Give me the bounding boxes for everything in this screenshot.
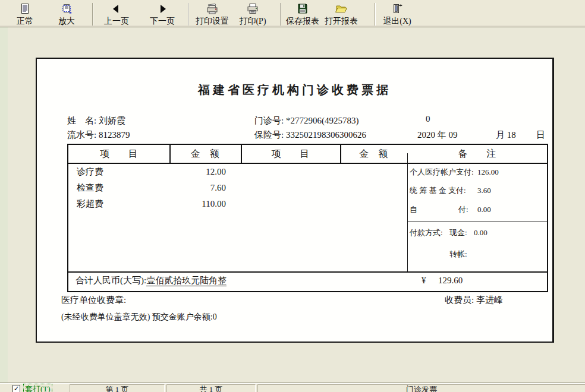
clinic-no-label: 门诊号: xyxy=(254,116,286,125)
patient-name-row: 姓 名: 刘娇霞 xyxy=(67,115,125,127)
open-report-label: 打开报表 xyxy=(325,15,358,27)
preview-left-strip xyxy=(0,27,8,383)
next-page-icon xyxy=(157,2,168,15)
date-part3: 日 xyxy=(536,129,545,141)
clinic-no-row: 门诊号: *2772906(4925783) xyxy=(254,115,358,127)
pooled-fund-label: 统 筹 基 金 支付: xyxy=(410,185,466,195)
overlay-print-label[interactable]: 套打(T) xyxy=(23,384,52,392)
preview-area: 福建省医疗机构门诊收费票据 姓 名: 刘娇霞 门诊号: *2772906(492… xyxy=(0,27,585,383)
serial-no-value: 8123879 xyxy=(99,130,130,140)
zero-value: 0 xyxy=(426,113,430,125)
total-row-line xyxy=(68,271,547,273)
date-part2: 月 18 xyxy=(496,129,516,141)
pooled-fund-value: 3.60 xyxy=(477,185,491,195)
save-report-icon xyxy=(297,2,309,15)
prev-page-icon xyxy=(111,2,122,15)
save-report-label: 保存报表 xyxy=(286,15,319,27)
print-icon xyxy=(246,2,259,15)
fee-item-amount: 110.00 xyxy=(128,198,226,210)
total-amount-figure: 129.60 xyxy=(438,275,463,286)
self-pay-label-right: 付: xyxy=(458,204,468,214)
receipt-page: 福建省医疗机构门诊收费票据 姓 名: 刘娇霞 门诊号: *2772906(492… xyxy=(36,58,554,343)
personal-account-value: 126.00 xyxy=(477,167,499,177)
total-pages-text: 共 1 页 xyxy=(200,385,223,392)
transfer-label: 转帐: xyxy=(449,249,467,259)
current-page-text: 第 1 页 xyxy=(106,385,129,392)
toolbar: 正常 放大 上一页 下一页 打印设置 xyxy=(0,0,585,27)
open-report-button[interactable]: 打开报表 xyxy=(323,1,360,27)
print-button[interactable]: 打印(P) xyxy=(235,1,270,27)
cashier-name: 李进峰 xyxy=(476,295,503,305)
patient-name-value: 刘娇霞 xyxy=(99,116,125,125)
cashier-label: 收费员: xyxy=(445,295,476,305)
cashier-row: 收费员: 李进峰 xyxy=(445,295,503,306)
current-page-panel: 第 1 页 xyxy=(70,384,165,392)
insurance-no-label: 保险号: xyxy=(254,130,286,140)
zoom-in-label: 放大 xyxy=(58,15,75,27)
exit-button[interactable]: 退出(X) xyxy=(380,1,414,27)
receipt-title: 福建省医疗机构门诊收费票据 xyxy=(37,82,552,98)
prev-page-label: 上一页 xyxy=(104,15,129,27)
toolbar-separator xyxy=(188,3,189,26)
cash-value: 0.00 xyxy=(474,227,488,238)
prev-page-button[interactable]: 上一页 xyxy=(98,1,135,27)
report-preview-window: 正常 放大 上一页 下一页 打印设置 xyxy=(0,0,585,392)
total-row-text: 合计人民币(大写):壹佰贰拾玖元陆角整 xyxy=(76,275,227,286)
toolbar-separator xyxy=(92,3,93,26)
header-amount-1: 金 额 xyxy=(169,148,241,160)
toolbar-separator xyxy=(280,3,281,26)
cash-label: 现金: xyxy=(449,227,467,238)
zoom-in-button[interactable]: 放大 xyxy=(49,1,84,27)
open-report-icon xyxy=(335,2,348,15)
fee-item-name: 彩超费 xyxy=(77,198,103,210)
total-label: 合计人民币(大写): xyxy=(76,276,146,285)
fee-item-amount: 7.60 xyxy=(128,182,226,194)
self-pay-label-left: 自 xyxy=(410,204,417,214)
total-amount-words: 壹佰贰拾玖元陆角整 xyxy=(146,276,227,286)
status-bar: ✓ 套打(T) 第 1 页 共 1 页 门诊发票 xyxy=(0,382,585,392)
personal-account-label: 个人医疗帐户支付: xyxy=(410,167,474,177)
toolbar-separator xyxy=(375,3,376,26)
header-item-1: 项 目 xyxy=(68,148,169,160)
fee-item-amount: 12.00 xyxy=(128,166,226,178)
fee-item-name: 诊疗费 xyxy=(77,166,103,178)
print-label: 打印(P) xyxy=(239,15,266,27)
header-item-2: 项 目 xyxy=(241,148,340,160)
header-amount-2: 金 额 xyxy=(340,148,407,160)
next-page-label: 下一页 xyxy=(150,15,175,27)
doc-type-text: 门诊发票 xyxy=(406,385,437,392)
serial-no-label: 流水号: xyxy=(67,130,99,140)
exit-icon xyxy=(391,2,403,15)
normal-view-button[interactable]: 正常 xyxy=(8,1,42,27)
clinic-no-value: *2772906(4925783) xyxy=(286,116,359,125)
total-pages-panel: 共 1 页 xyxy=(166,384,256,392)
fee-table: 项 目 金 额 项 目 金 额 备 注 诊疗费 12.00 检查费 7.60 彩… xyxy=(67,144,548,292)
doc-type-panel: 门诊发票 xyxy=(257,384,585,392)
date-part1: 2020 年 09 xyxy=(417,129,458,141)
insurance-no-value: 332502198306300626 xyxy=(286,130,366,140)
patient-name-label: 姓 名: xyxy=(67,116,99,125)
currency-symbol: ¥ xyxy=(422,275,426,286)
serial-no-row: 流水号: 8123879 xyxy=(67,129,130,141)
normal-view-label: 正常 xyxy=(17,15,33,27)
receipt-note: (未经收费单位盖章无效) 预交金账户余额:0 xyxy=(61,312,217,323)
print-setup-button[interactable]: 打印设置 xyxy=(193,1,232,27)
remark-column-line xyxy=(407,153,408,271)
payment-method-label: 付款方式: xyxy=(410,227,443,238)
remark-divider-line xyxy=(407,222,547,222)
header-bottom-line xyxy=(68,163,547,164)
next-page-button[interactable]: 下一页 xyxy=(144,1,181,27)
exit-label: 退出(X) xyxy=(383,15,411,27)
normal-view-icon xyxy=(19,2,31,15)
zoom-in-icon xyxy=(61,2,73,15)
fee-item-name: 检查费 xyxy=(77,182,103,194)
self-pay-value: 0.00 xyxy=(477,204,491,214)
seal-label: 医疗单位收费章: xyxy=(61,295,126,306)
header-remark: 备 注 xyxy=(407,148,547,160)
insurance-no-row: 保险号: 332502198306300626 xyxy=(254,129,366,141)
save-report-button[interactable]: 保存报表 xyxy=(284,1,321,27)
overlay-print-checkbox[interactable]: ✓ xyxy=(12,385,20,392)
print-setup-icon xyxy=(205,2,219,15)
print-setup-label: 打印设置 xyxy=(196,15,229,27)
